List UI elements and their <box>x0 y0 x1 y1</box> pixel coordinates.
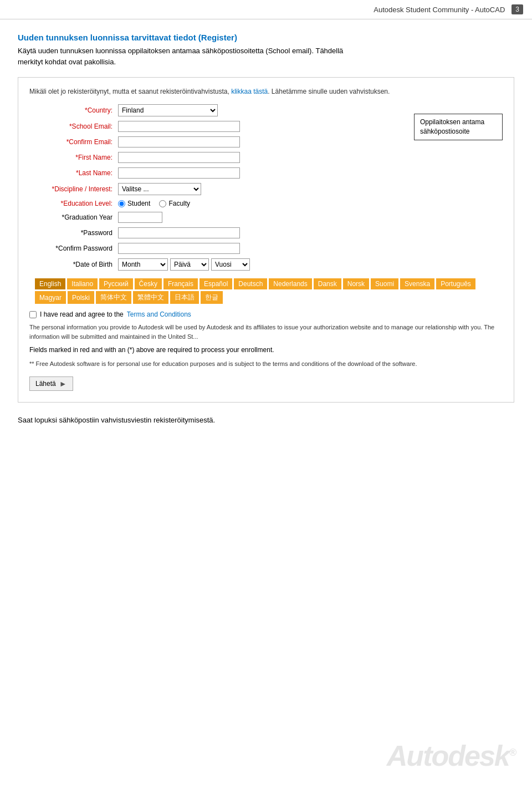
lang-btn-česky[interactable]: Česky <box>135 278 162 289</box>
lang-btn-日本語[interactable]: 日本語 <box>170 291 199 304</box>
lang-btn-norsk[interactable]: Norsk <box>343 278 369 289</box>
country-label: *Country: <box>29 106 118 114</box>
password-input[interactable] <box>118 227 240 238</box>
student-radio[interactable] <box>118 200 125 207</box>
submit-arrow-icon: ► <box>59 379 67 388</box>
graduation-label: *Graduation Year <box>29 213 118 221</box>
school-email-label: *School Email: <box>29 123 118 130</box>
first-name-row: *First Name: <box>29 152 503 163</box>
school-email-input[interactable] <box>118 121 240 132</box>
discipline-select[interactable]: Valitse ... <box>118 183 201 195</box>
password-label: *Password <box>29 229 118 237</box>
confirm-email-input[interactable] <box>118 136 240 147</box>
form-container: Mikäli olet jo rekisteröitynyt, mutta et… <box>18 77 514 403</box>
confirm-password-label: *Confirm Password <box>29 245 118 252</box>
lang-btn-简体中文[interactable]: 简体中文 <box>96 291 131 304</box>
lang-btn-polski[interactable]: Polski <box>68 291 94 304</box>
last-name-label: *Last Name: <box>29 169 118 177</box>
language-buttons: EnglishItalianoРусскийČeskyFrançaisEspañ… <box>35 278 503 304</box>
education-row: *Education Level: Student Faculty <box>29 200 503 207</box>
free-text: ** Free Autodesk software is for persona… <box>29 359 503 369</box>
last-name-input[interactable] <box>118 167 240 179</box>
resend-link[interactable]: klikkaa tästä <box>231 88 268 95</box>
main-content: Uuden tunnuksen luonnissa tarvittavat ti… <box>0 19 532 446</box>
faculty-radio-label[interactable]: Faculty <box>159 200 190 207</box>
lang-btn-한글[interactable]: 한글 <box>201 291 223 304</box>
graduation-input[interactable] <box>118 212 162 223</box>
lang-btn-english[interactable]: English <box>35 278 65 289</box>
section-desc: Käytä uuden tunnuksen luonnissa oppilait… <box>18 45 514 67</box>
first-name-label: *First Name: <box>29 154 118 161</box>
lang-btn-italiano[interactable]: Italiano <box>67 278 98 289</box>
terms-row: I have read and agree to the Terms and C… <box>29 310 503 318</box>
page-header: Autodesk Student Community - AutoCAD 3 <box>0 0 532 19</box>
lang-btn-español[interactable]: Español <box>200 278 232 289</box>
faculty-radio[interactable] <box>159 200 166 207</box>
section-title: Uuden tunnuksen luonnissa tarvittavat ti… <box>18 33 514 42</box>
discipline-row: *Discipline / Interest: Valitse ... <box>29 183 503 195</box>
lang-btn-français[interactable]: Français <box>163 278 198 289</box>
language-section: EnglishItalianoРусскийČeskyFrançaisEspañ… <box>35 278 503 304</box>
lang-btn-suomi[interactable]: Suomi <box>371 278 398 289</box>
student-radio-label[interactable]: Student <box>118 200 150 207</box>
lang-btn-русский[interactable]: Русский <box>99 278 133 289</box>
dob-label: *Date of Birth <box>29 261 118 268</box>
lang-btn-繁體中文[interactable]: 繁體中文 <box>133 291 168 304</box>
student-label: Student <box>127 200 150 207</box>
graduation-row: *Graduation Year <box>29 212 503 223</box>
lang-btn-português[interactable]: Português <box>436 278 475 289</box>
confirm-password-row: *Confirm Password <box>29 243 503 254</box>
autodesk-watermark: Autodesk® <box>387 739 515 772</box>
password-row: *Password <box>29 227 503 238</box>
page-number: 3 <box>511 4 523 14</box>
lang-btn-deutsch[interactable]: Deutsch <box>234 278 267 289</box>
education-radio-group: Student Faculty <box>118 200 190 207</box>
day-select[interactable]: Päivä <box>170 258 209 271</box>
year-select[interactable]: Vuosi <box>211 258 250 271</box>
dob-row: *Date of Birth Month Päivä Vuosi <box>29 258 503 271</box>
lang-btn-nederlands[interactable]: Nederlands <box>269 278 311 289</box>
confirm-password-input[interactable] <box>118 243 240 254</box>
faculty-label: Faculty <box>168 200 190 207</box>
lang-btn-svenska[interactable]: Svenska <box>400 278 434 289</box>
education-label: *Education Level: <box>29 200 118 207</box>
privacy-text: The personal information you provide to … <box>29 323 503 340</box>
lang-btn-dansk[interactable]: Dansk <box>314 278 341 289</box>
submit-label: Lähetä <box>35 380 56 388</box>
header-title: Autodesk Student Community - AutoCAD <box>374 6 505 14</box>
footer-note: Saat lopuksi sähköpostiin vahvistusviest… <box>18 416 514 424</box>
country-select[interactable]: Finland <box>118 104 218 116</box>
discipline-label: *Discipline / Interest: <box>29 185 118 193</box>
month-select[interactable]: Month <box>118 258 168 271</box>
terms-checkbox[interactable] <box>29 311 37 318</box>
terms-link[interactable]: Terms and Conditions <box>127 310 191 318</box>
annotation-box: Oppilaitoksen antama sähköpostiosoite <box>414 114 503 140</box>
confirm-email-label: *Confirm Email: <box>29 138 118 146</box>
first-name-input[interactable] <box>118 152 240 163</box>
dob-group: Month Päivä Vuosi <box>118 258 250 271</box>
required-text: Fields marked in red and with an (*) abo… <box>29 346 503 354</box>
last-name-row: *Last Name: <box>29 167 503 179</box>
notice-text: Mikäli olet jo rekisteröitynyt, mutta et… <box>29 86 503 96</box>
lang-btn-magyar[interactable]: Magyar <box>35 291 66 304</box>
submit-button[interactable]: Lähetä ► <box>29 376 73 391</box>
